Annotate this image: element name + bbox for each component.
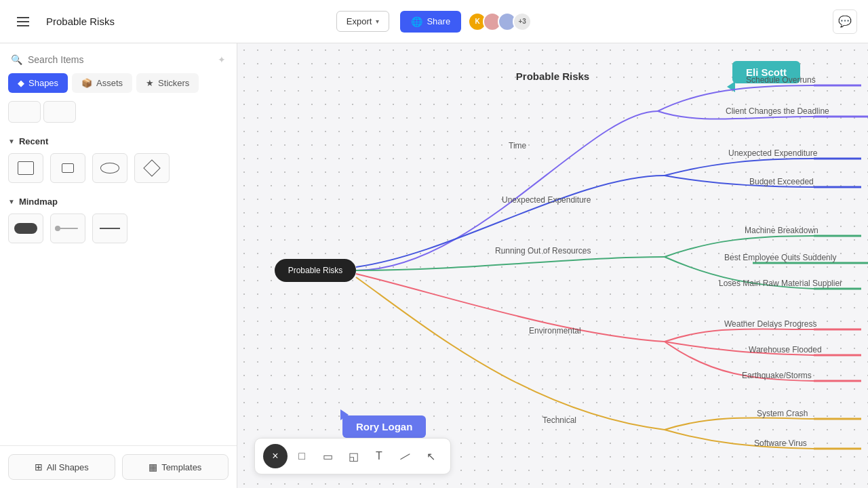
star-icon: ★: [146, 78, 154, 88]
budget-label: Budget Exceeded: [749, 177, 814, 186]
avatar-overflow[interactable]: +3: [513, 12, 532, 31]
all-shapes-button[interactable]: ⊞ All Shapes: [8, 454, 115, 480]
mindmap-dash-shape[interactable]: [92, 214, 127, 243]
resources-label: Running Out of Resources: [495, 246, 591, 256]
recent-section-header[interactable]: ▼ Recent: [8, 131, 229, 153]
note-tool[interactable]: ◱: [342, 445, 365, 468]
line-icon: [58, 228, 78, 229]
search-icon: 🔍: [11, 54, 22, 65]
pin-icon[interactable]: ✦: [218, 54, 226, 65]
machine-label: Machine Breakdown: [745, 226, 818, 235]
all-shapes-label: All Shapes: [47, 462, 89, 472]
shapes-section: ▼ Recent ▼ Mindmap: [0, 131, 237, 445]
document-title: Probable Risks: [46, 16, 326, 27]
grid-icon: ⊞: [35, 462, 43, 472]
note-icon: ◱: [349, 450, 359, 463]
text-icon: T: [376, 450, 382, 462]
rectangle-icon: [18, 161, 34, 175]
tab-stickers-label: Stickers: [158, 78, 189, 88]
globe-icon: 🌐: [411, 16, 422, 27]
scroll-tab-2[interactable]: [43, 101, 76, 123]
unexp-child-line: [665, 159, 814, 176]
rectangle-tool[interactable]: □: [290, 445, 313, 468]
virus-label: Software Virus: [754, 439, 807, 448]
comment-button[interactable]: 💬: [833, 9, 857, 34]
export-button[interactable]: Export ▾: [336, 11, 390, 32]
system-label: System Crash: [757, 409, 808, 418]
close-button[interactable]: ×: [263, 444, 288, 468]
box-icon: 📦: [81, 78, 92, 88]
environmental-label: Environmental: [529, 326, 581, 336]
mindmap-pill-shape[interactable]: [8, 214, 43, 243]
share-label: Share: [427, 16, 450, 26]
material-label: Loses Main Raw Material Supplier: [719, 279, 842, 288]
canvas[interactable]: Probable Risks Eli Scott Rory Logan Prob…: [237, 43, 868, 488]
rounded-rect-icon: ▭: [323, 450, 333, 463]
collapse-icon: ▼: [8, 138, 15, 145]
system-line: [665, 418, 814, 430]
unexpected-branch-label: Unexpected Expenditure: [502, 195, 591, 205]
tab-assets-label: Assets: [96, 78, 123, 88]
tab-shapes[interactable]: ◆ Shapes: [8, 73, 68, 93]
templates-button[interactable]: ▦ Templates: [122, 454, 229, 480]
shape-small-rect[interactable]: [50, 153, 85, 183]
cursor-icon: ↖: [427, 450, 435, 463]
line-icon: —: [397, 448, 413, 464]
share-button[interactable]: 🌐 Share: [400, 11, 461, 33]
pill-icon: [14, 223, 37, 234]
templates-label: Templates: [161, 462, 201, 472]
center-node-text: Probable Risks: [288, 266, 343, 275]
warehouse-label: Warehouse Flooded: [749, 345, 822, 354]
mindmap-section-header[interactable]: ▼ Mindmap: [8, 191, 229, 214]
weather-label: Weather Delays Progress: [724, 319, 817, 329]
text-tool[interactable]: T: [368, 445, 391, 468]
header: Probable Risks Export ▾ 🌐 Share K +3 💬: [0, 0, 868, 43]
client-label: Client Changes the Deadline: [726, 106, 829, 116]
cursor-tool[interactable]: ↖: [419, 445, 442, 468]
bottom-toolbar: × □ ▭ ◱ T — ↖: [254, 438, 451, 474]
resources-main-line: [356, 257, 665, 270]
mindmap-label: Mindmap: [19, 197, 58, 207]
oval-icon: [100, 163, 119, 174]
technical-main-line: [356, 277, 665, 430]
diamond-icon: ◆: [18, 78, 24, 88]
sidebar: 🔍 ✦ ◆ Shapes 📦 Assets ★ Stickers ▼ Recen…: [0, 43, 237, 488]
template-icon: ▦: [149, 462, 157, 472]
line-tool[interactable]: —: [393, 445, 416, 468]
shape-oval[interactable]: [92, 153, 127, 183]
environmental-main-line: [356, 274, 665, 342]
recent-label: Recent: [19, 136, 48, 146]
rect-icon: □: [298, 450, 305, 462]
small-rect-icon: [62, 163, 74, 173]
search-bar: 🔍 ✦: [0, 43, 237, 73]
shape-rectangle[interactable]: [8, 153, 43, 183]
technical-label: Technical: [542, 415, 576, 425]
rounded-rect-tool[interactable]: ▭: [316, 445, 339, 468]
mindmap-line-shape[interactable]: [50, 214, 85, 243]
hamburger-icon: [17, 17, 29, 26]
collapse-icon: ▼: [8, 198, 15, 205]
mindmap-diagram: Probable Risks Time Schedule Overruns Cl…: [237, 43, 868, 488]
dash-icon: [100, 228, 120, 229]
close-icon: ×: [272, 450, 278, 462]
tab-stickers[interactable]: ★ Stickers: [136, 73, 199, 93]
scroll-tab-1[interactable]: [8, 101, 41, 123]
earthquake-label: Earthquake/Storms: [742, 371, 812, 380]
search-input[interactable]: [28, 54, 212, 65]
chevron-down-icon: ▾: [376, 18, 379, 25]
weather-line: [665, 329, 814, 342]
unexp-child-label: Unexpected Expenditure: [728, 148, 818, 158]
tab-assets[interactable]: 📦 Assets: [72, 73, 132, 93]
menu-button[interactable]: [11, 9, 35, 34]
mindmap-shapes-grid: [8, 214, 229, 251]
diamond-shape-icon: [143, 159, 160, 176]
avatar-group: K +3: [472, 12, 532, 31]
comment-icon: 💬: [838, 15, 852, 28]
recent-shapes-grid: [8, 153, 229, 191]
tab-bar: ◆ Shapes 📦 Assets ★ Stickers: [0, 73, 237, 101]
shape-diamond[interactable]: [134, 153, 170, 183]
scroll-tabs: [0, 101, 237, 131]
sidebar-footer: ⊞ All Shapes ▦ Templates: [0, 445, 237, 488]
schedule-label: Schedule Overruns: [746, 75, 816, 85]
employee-label: Best Employee Quits Suddenly: [724, 253, 836, 262]
